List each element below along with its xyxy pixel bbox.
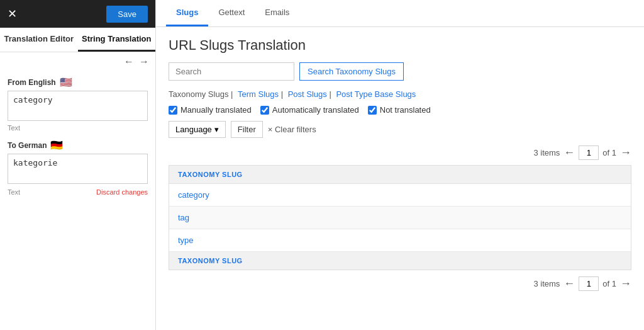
to-label: To German 🇩🇪: [8, 139, 148, 151]
auto-translated-checkbox-label[interactable]: Automatically translated: [260, 105, 359, 115]
manually-translated-checkbox-label[interactable]: Manually translated: [169, 105, 252, 115]
action-row: Language ▾ Filter × Clear filters: [169, 121, 631, 138]
next-arrow-button[interactable]: →: [139, 56, 149, 67]
not-translated-label: Not translated: [380, 105, 431, 115]
tab-gettext[interactable]: Gettext: [208, 0, 255, 26]
auto-translated-checkbox[interactable]: [260, 106, 269, 115]
post-slugs-link[interactable]: Post Slugs: [288, 89, 327, 99]
to-label-text: To German: [8, 141, 47, 150]
post-type-base-link[interactable]: Post Type Base Slugs: [336, 89, 416, 99]
term-slugs-link[interactable]: Term Slugs: [238, 89, 279, 99]
right-content: URL Slugs Translation Search Taxonomy Sl…: [156, 27, 644, 330]
top-next-page-button[interactable]: →: [620, 146, 631, 159]
save-button[interactable]: Save: [106, 6, 148, 23]
filter-button[interactable]: Filter: [231, 121, 263, 138]
top-pagination: 3 items ← of 1 →: [169, 145, 631, 160]
bottom-page-input[interactable]: [579, 276, 599, 291]
to-value-input[interactable]: [8, 154, 148, 184]
search-taxonomy-button[interactable]: Search Taxonomy Slugs: [299, 62, 404, 81]
manually-translated-checkbox[interactable]: [169, 106, 177, 115]
from-flag: 🇺🇸: [60, 76, 72, 88]
from-type: Text: [8, 124, 148, 132]
manually-translated-label: Manually translated: [180, 105, 252, 115]
tab-string-translation[interactable]: String Translation: [78, 28, 156, 52]
tab-translation-editor[interactable]: Translation Editor: [0, 28, 78, 52]
filter-links: Taxonomy Slugs | Term Slugs | Post Slugs…: [169, 89, 631, 99]
top-prev-page-button[interactable]: ←: [564, 146, 575, 159]
top-bar: ✕ Save: [0, 0, 155, 28]
page-title: URL Slugs Translation: [169, 37, 631, 54]
chevron-down-icon: ▾: [214, 125, 219, 134]
top-page-input[interactable]: [579, 145, 599, 160]
bottom-total-pages: of 1: [602, 279, 616, 288]
left-tab-bar: Translation Editor String Translation: [0, 28, 155, 52]
table-header: TAXONOMY SLUG: [169, 166, 631, 184]
nav-arrows: ← →: [0, 52, 155, 71]
bottom-next-page-button[interactable]: →: [620, 277, 631, 290]
table-row[interactable]: type: [169, 229, 631, 252]
search-row: Search Taxonomy Slugs: [169, 62, 631, 81]
not-translated-checkbox[interactable]: [368, 106, 377, 115]
from-label-text: From English: [8, 78, 56, 87]
right-tab-bar: Slugs Gettext Emails: [156, 0, 644, 27]
table-footer: TAXONOMY SLUG: [169, 252, 631, 270]
table-row[interactable]: category: [169, 184, 631, 207]
to-type: Text: [8, 188, 20, 196]
from-label: From English 🇺🇸: [8, 76, 148, 88]
tab-emails[interactable]: Emails: [255, 0, 299, 26]
search-input[interactable]: [169, 62, 294, 81]
checkbox-row: Manually translated Automatically transl…: [169, 105, 631, 115]
bottom-prev-page-button[interactable]: ←: [564, 277, 575, 290]
to-flag: 🇩🇪: [50, 139, 63, 151]
bottom-items-count: 3 items: [533, 279, 560, 288]
from-value-input[interactable]: [8, 91, 148, 121]
language-dropdown[interactable]: Language ▾: [169, 121, 226, 138]
prev-arrow-button[interactable]: ←: [124, 56, 134, 67]
table-container: TAXONOMY SLUG category tag type TAXONOMY…: [169, 165, 631, 270]
right-panel: Slugs Gettext Emails URL Slugs Translati…: [156, 0, 644, 330]
top-items-count: 3 items: [533, 148, 560, 157]
to-german-section: To German 🇩🇪 Text Discard changes: [0, 134, 155, 198]
taxonomy-slugs-label: Taxonomy Slugs: [169, 89, 228, 99]
auto-translated-label: Automatically translated: [272, 105, 359, 115]
discard-changes-link[interactable]: Discard changes: [96, 188, 148, 196]
table-row[interactable]: tag: [169, 207, 631, 229]
tab-slugs[interactable]: Slugs: [166, 0, 208, 26]
language-dropdown-label: Language: [175, 125, 212, 134]
top-total-pages: of 1: [602, 148, 616, 157]
left-panel: ✕ Save Translation Editor String Transla…: [0, 0, 156, 330]
from-english-section: From English 🇺🇸 Text: [0, 71, 155, 134]
clear-filters-link[interactable]: × Clear filters: [268, 125, 316, 134]
close-button[interactable]: ✕: [8, 8, 17, 20]
not-translated-checkbox-label[interactable]: Not translated: [368, 105, 431, 115]
bottom-pagination: 3 items ← of 1 →: [169, 276, 631, 291]
